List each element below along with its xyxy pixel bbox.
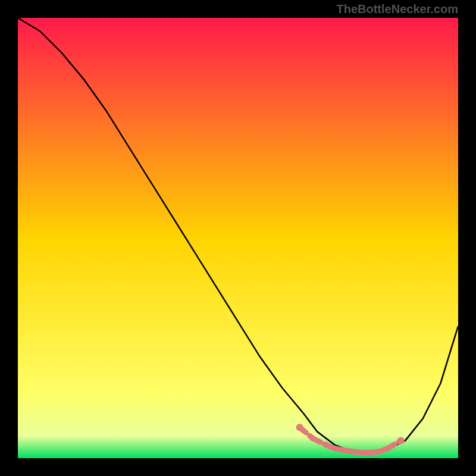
highlight-marker bbox=[397, 437, 405, 444]
watermark-text: TheBottleNecker.com bbox=[336, 2, 458, 16]
chart-svg bbox=[18, 18, 458, 458]
highlight-marker bbox=[323, 442, 329, 448]
chart-container: TheBottleNecker.com bbox=[0, 0, 476, 476]
highlight-marker bbox=[376, 449, 382, 455]
highlight-marker bbox=[296, 424, 303, 431]
gradient-background bbox=[18, 18, 458, 458]
highlight-marker bbox=[358, 449, 364, 455]
highlight-marker bbox=[385, 446, 391, 452]
plot-area bbox=[18, 18, 458, 458]
highlight-marker bbox=[310, 436, 316, 441]
highlight-marker bbox=[349, 449, 355, 455]
highlight-marker bbox=[332, 446, 338, 452]
highlight-marker bbox=[367, 449, 373, 455]
highlight-marker bbox=[341, 447, 347, 453]
